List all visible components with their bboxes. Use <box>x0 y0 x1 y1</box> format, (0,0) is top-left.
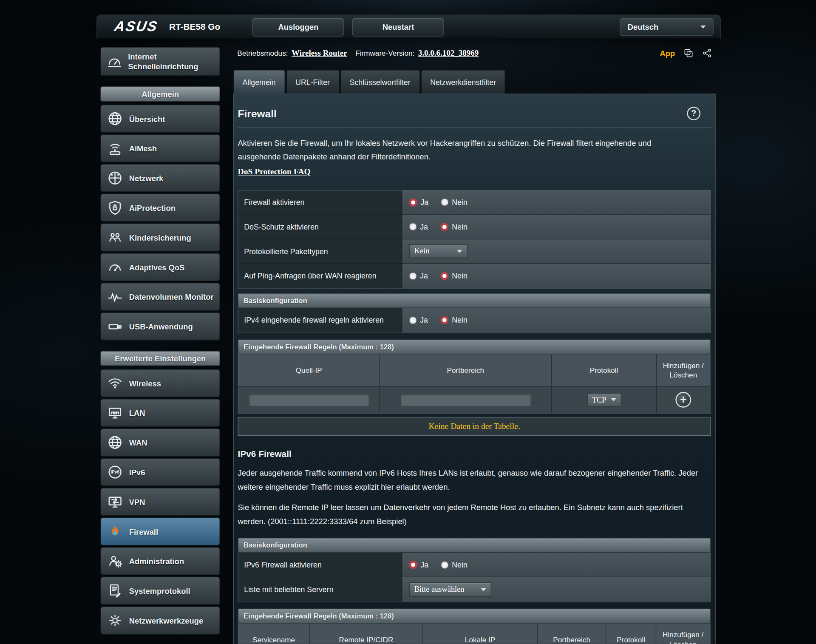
radio-icon[interactable] <box>409 223 416 230</box>
setting-row-firewall-enable: Firewall aktivieren Ja Nein <box>238 190 711 215</box>
sidebar-item-systemprotokoll[interactable]: Systemprotokoll <box>100 577 220 605</box>
add-rule-button[interactable]: + <box>675 392 691 408</box>
source-ip-input[interactable] <box>249 393 369 406</box>
sidebar-item-datenvolumen-monitor[interactable]: Datenvolumen Monitor <box>100 283 220 311</box>
radio-checked-icon[interactable] <box>440 316 449 324</box>
tab-netzwerkdienstfilter[interactable]: Netzwerkdienstfilter <box>421 70 505 94</box>
operation-mode-label: Betriebsmodus: <box>237 49 288 57</box>
firmware-label: Firmware-Version: <box>355 49 414 57</box>
firewall-enable-nein-option[interactable]: Nein <box>441 198 468 207</box>
sidebar-item-ipv6[interactable]: IPv6 IPv6 <box>100 458 220 486</box>
chevron-down-icon <box>611 398 616 401</box>
sidebar-item-aiprotection[interactable]: AiProtection <box>100 194 220 222</box>
radio-checked-icon[interactable] <box>409 561 417 569</box>
dos-ja-option[interactable]: Ja <box>409 222 428 231</box>
ipv4-rules-ja-option[interactable]: Ja <box>409 316 428 324</box>
lan-icon <box>106 403 125 422</box>
ping-ja-option[interactable]: Ja <box>409 272 428 280</box>
traffic-monitor-icon <box>106 287 125 306</box>
sidebar-item-vpn[interactable]: VPN <box>100 488 220 516</box>
logout-button[interactable]: Ausloggen <box>252 17 344 36</box>
setting-row-dos-protection: DoS-Schutz aktivieren Ja Nein <box>238 215 711 239</box>
tab-url-filter[interactable]: URL-Filter <box>286 70 339 94</box>
radio-icon[interactable] <box>441 561 449 569</box>
ipv6-rules-table: Servicename Remote IP/CIDR Lokale IP Por… <box>238 624 711 644</box>
port-range-input[interactable] <box>400 393 531 406</box>
firmware-version-link[interactable]: 3.0.0.6.102_38969 <box>418 48 479 58</box>
section-inbound-rules-ipv6: Eingehende Firewall Regeln (Maximum : 12… <box>238 609 711 624</box>
sidebar-item-lan[interactable]: LAN <box>100 399 220 427</box>
setting-row-ping-from-wan: Auf Ping-Anfragen über WAN reagieren Ja … <box>238 264 711 288</box>
column-header: Portbereich <box>380 354 552 387</box>
parental-controls-icon <box>106 228 125 247</box>
vpn-icon <box>106 492 125 511</box>
language-select-value: Deutsch <box>628 23 658 31</box>
sidebar-item-netzwerk[interactable]: Netzwerk <box>100 164 220 192</box>
setting-row-famous-server-list: Liste mit beliebten Servern Bitte auswäh… <box>238 577 711 602</box>
sidebar-section-general: Allgemein <box>100 86 220 102</box>
chevron-down-icon <box>700 25 706 28</box>
radio-checked-icon[interactable] <box>440 272 449 280</box>
app-link[interactable]: App <box>660 48 675 57</box>
sidebar-item-uebersicht[interactable]: Übersicht <box>100 105 220 133</box>
radio-icon[interactable] <box>409 316 416 324</box>
ipv4-rules-table: Quell-IP Portbereich Protokoll Hinzufüge… <box>238 354 711 414</box>
ipv6-enable-nein-option[interactable]: Nein <box>441 561 468 569</box>
asus-logo: ASUS <box>113 19 159 35</box>
ping-nein-option[interactable]: Nein <box>440 272 467 280</box>
firewall-description: Aktivieren Sie die Firewall, um Ihr loka… <box>238 136 696 164</box>
column-header: Hinzufügen / Löschen <box>657 354 710 387</box>
column-header: Lokale IP <box>423 624 538 644</box>
sidebar-item-quick-setup[interactable]: InternetSchnelleinrichtung <box>100 47 220 76</box>
reboot-button[interactable]: Neustart <box>352 17 444 36</box>
protocol-select[interactable]: TCP <box>587 393 621 407</box>
sidebar-item-firewall[interactable]: Firewall <box>100 517 220 545</box>
usb-icon <box>106 317 125 336</box>
sidebar-item-wireless[interactable]: Wireless <box>100 369 220 397</box>
help-icon[interactable]: ? <box>687 107 700 120</box>
empty-table-message: Keine Daten in der Tabelle. <box>238 417 711 436</box>
operation-mode-link[interactable]: Wireless Router <box>292 48 347 58</box>
language-select[interactable]: Deutsch <box>620 18 713 36</box>
overview-globe-icon <box>106 109 125 128</box>
ipv6-basic-table: IPv6 Firewall aktivieren Ja Nein Liste m… <box>238 553 711 602</box>
ipv6-firewall-title: IPv6 Firewall <box>238 449 711 460</box>
network-globe-icon <box>106 169 125 187</box>
radio-icon[interactable] <box>409 272 416 280</box>
sidebar-item-wan[interactable]: WAN <box>100 428 220 457</box>
scale-wrapper: ASUS RT-BE58 Go Ausloggen Neustart Deuts… <box>0 0 816 644</box>
quick-setup-gauge-icon <box>105 52 124 71</box>
sidebar-item-administration[interactable]: Administration <box>100 547 220 575</box>
ipv4-rules-nein-option[interactable]: Nein <box>440 316 467 324</box>
app-qr-icon[interactable] <box>683 48 694 58</box>
radio-checked-icon[interactable] <box>409 198 417 207</box>
firewall-enable-ja-option[interactable]: Ja <box>409 198 428 207</box>
ipv6-paragraph-1: Jeder ausgehende Traffic kommend von IPv… <box>238 466 711 494</box>
sidebar-item-adaptives-qos[interactable]: Adaptives QoS <box>100 253 220 281</box>
svg-text:IPv6: IPv6 <box>110 470 119 474</box>
dos-nein-option[interactable]: Nein <box>440 222 467 231</box>
setting-row-ipv4-inbound-rules: IPv4 eingehende firewall regeln aktivier… <box>238 308 711 332</box>
sidebar-item-aimesh[interactable]: AiMesh <box>100 134 220 162</box>
wan-globe-icon <box>106 433 125 452</box>
router-admin-app: ASUS RT-BE58 Go Ausloggen Neustart Deuts… <box>96 14 721 644</box>
dos-protection-faq-link[interactable]: DoS Protection FAQ <box>238 167 311 176</box>
sidebar-item-kindersicherung[interactable]: Kindersicherung <box>100 223 220 251</box>
section-inbound-rules-ipv4: Eingehende Firewall Regeln (Maximum : 12… <box>238 339 711 355</box>
main-column: Betriebsmodus: Wireless Router Firmware-… <box>233 47 716 644</box>
ipv6-enable-ja-option[interactable]: Ja <box>409 561 428 569</box>
share-nodes-icon[interactable] <box>702 48 712 58</box>
radio-icon[interactable] <box>441 199 449 206</box>
famous-server-select[interactable]: Bitte auswählen <box>409 583 491 597</box>
radio-checked-icon[interactable] <box>440 222 449 231</box>
sidebar-item-usb-anwendung[interactable]: USB-Anwendung <box>100 312 220 340</box>
tab-schluesselwortfilter[interactable]: Schlüsselwortfilter <box>340 70 419 94</box>
logged-packet-types-select[interactable]: Kein <box>409 244 467 258</box>
tab-allgemein[interactable]: Allgemein <box>233 70 285 94</box>
sidebar-item-netzwerkwerkzeuge[interactable]: Netzwerkwerkzeuge <box>100 607 220 635</box>
column-header: Remote IP/CIDR <box>310 624 423 644</box>
quick-setup-label: InternetSchnelleinrichtung <box>128 51 198 72</box>
status-row: Betriebsmodus: Wireless Router Firmware-… <box>233 48 716 58</box>
page-title: Firewall <box>238 108 277 119</box>
sidebar-section-advanced: Erweiterte Einstellungen <box>100 351 220 366</box>
